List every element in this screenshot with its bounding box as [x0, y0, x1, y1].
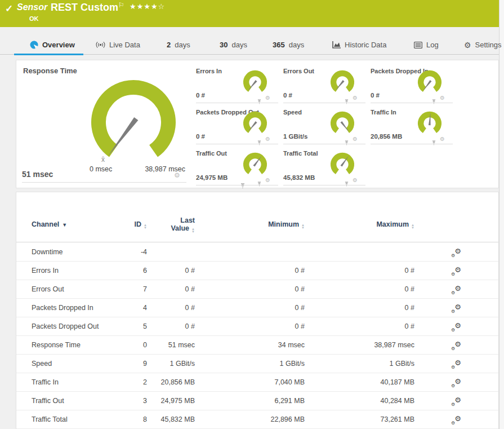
gauge-current-value: 0 # — [196, 92, 205, 99]
tab-2-days[interactable]: 2 days — [167, 41, 190, 49]
gauge-settings-gear-icon[interactable]: ⚙ — [265, 95, 270, 101]
tab-number: 365 — [273, 41, 285, 49]
pin-icon[interactable] — [257, 182, 261, 187]
small-gauge — [241, 68, 269, 96]
tab-log[interactable]: Log — [414, 41, 439, 49]
cell-channel[interactable]: Errors Out — [32, 280, 64, 298]
gauge-settings-gear-icon[interactable]: ⚙ — [353, 136, 358, 142]
column-header-minimum[interactable]: Minimum▲▼ — [230, 220, 305, 229]
cell-channel[interactable]: Packets Dropped Out — [32, 317, 99, 335]
gauge-title: Errors Out — [283, 68, 314, 74]
gauge-current-value: 24,975 MB — [196, 174, 228, 181]
tab-live-data[interactable]: Live Data — [96, 41, 140, 49]
small-gauge-cell: Traffic Total45,832 MB⚙ — [283, 146, 365, 185]
small-gear-icon: ⚙ — [451, 421, 455, 426]
column-header-maximum[interactable]: Maximum▲▼ — [340, 220, 414, 229]
gauge-min-label: 0 msec — [90, 165, 112, 173]
flag-icon[interactable]: ⚐ — [118, 1, 124, 9]
sort-icon: ▲▼ — [191, 228, 195, 233]
small-gauge-cell: Packets Dropped In0 #⚙ — [371, 64, 453, 103]
edit-channel-button[interactable]: ⚙⚙ — [449, 355, 463, 373]
column-header-last-value[interactable]: Last Value▲▼ — [151, 216, 195, 233]
edit-channel-button[interactable]: ⚙⚙ — [449, 317, 463, 335]
table-header-divider — [16, 242, 498, 242]
edit-channel-button[interactable]: ⚙⚙ — [449, 373, 463, 391]
cell-id: 2 — [101, 373, 147, 391]
pin-icon[interactable] — [345, 99, 349, 104]
tab-bar: Overview Live Data 2 days 30 days 365 da… — [0, 27, 499, 55]
gauge-settings-gear-icon[interactable]: ⚙ — [440, 136, 445, 142]
edit-channel-button[interactable]: ⚙⚙ — [449, 280, 463, 298]
live-signal-icon — [96, 41, 105, 48]
cell-id: 0 — [101, 336, 147, 354]
gear-icon: ⚙ — [454, 266, 461, 273]
column-header-channel[interactable]: Channel▼ — [32, 220, 67, 228]
small-gear-icon: ⚙ — [451, 403, 455, 407]
tab-label: days — [231, 41, 247, 49]
tab-365-days[interactable]: 365 days — [273, 41, 304, 49]
channels-table-panel: Channel▼ ID▲▼ Last Value▲▼ Minimum▲▼ Max… — [16, 192, 499, 429]
cell-channel[interactable]: Traffic Out — [32, 392, 64, 410]
status-ok-check-icon: ✓ — [5, 3, 13, 15]
gauge-settings-gear-icon[interactable]: ⚙ — [265, 178, 270, 183]
cell-channel[interactable]: Speed — [32, 355, 52, 373]
gauge-title: Traffic Total — [283, 150, 318, 157]
cell-channel[interactable]: Traffic In — [32, 373, 59, 391]
tab-label: days — [175, 41, 190, 49]
chart-icon — [332, 41, 341, 48]
scrollbar-track[interactable] — [499, 0, 504, 429]
edit-channel-button[interactable]: ⚙⚙ — [449, 299, 463, 317]
gauge-current-value: 45,832 MB — [283, 174, 315, 181]
cell-minimum: 7,040 MB — [230, 373, 305, 391]
cell-id: 8 — [101, 410, 147, 428]
cell-channel[interactable]: Response Time — [32, 336, 81, 354]
small-gauge-cell: Speed1 GBit/s⚙ — [283, 105, 365, 144]
gauge-settings-gear-icon[interactable]: ⚙ — [265, 136, 270, 142]
gauge-settings-gear-icon[interactable]: ⚙ — [353, 178, 358, 183]
cell-id: 5 — [101, 317, 147, 335]
gear-icon: ⚙ — [454, 285, 461, 292]
gear-icon: ⚙ — [464, 41, 471, 49]
pin-icon[interactable] — [432, 140, 436, 145]
small-gauge — [328, 68, 356, 96]
edit-channel-button[interactable]: ⚙⚙ — [449, 392, 463, 410]
cell-last-value: 0 # — [151, 317, 195, 335]
cell-channel[interactable]: Packets Dropped In — [32, 299, 93, 317]
gauge-settings-gear-icon[interactable]: ⚙ — [174, 172, 180, 179]
column-header-id[interactable]: ID▲▼ — [101, 220, 147, 229]
pin-icon[interactable] — [257, 99, 261, 104]
pin-icon[interactable] — [345, 140, 349, 145]
tab-30-days[interactable]: 30 days — [220, 41, 247, 49]
cell-minimum: 0 # — [230, 317, 305, 335]
cell-channel[interactable]: Traffic Total — [32, 410, 68, 428]
pin-icon[interactable] — [257, 140, 261, 145]
edit-channel-button[interactable]: ⚙⚙ — [449, 262, 463, 280]
tab-settings[interactable]: ⚙ Settings — [464, 41, 502, 49]
cell-minimum: 1 GBit/s — [230, 355, 305, 373]
gauge-settings-gear-icon[interactable]: ⚙ — [440, 95, 445, 101]
tab-label: Overview — [42, 41, 75, 49]
tab-overview[interactable]: Overview — [30, 41, 75, 49]
cell-last-value: 20,856 MB — [151, 373, 195, 391]
tab-historic-data[interactable]: Historic Data — [332, 41, 386, 49]
cell-minimum: 0 # — [230, 262, 305, 280]
cell-channel[interactable]: Errors In — [32, 262, 59, 280]
cell-id: 4 — [101, 299, 147, 317]
small-gear-icon: ⚙ — [451, 272, 455, 277]
edit-channel-button[interactable]: ⚙⚙ — [449, 243, 463, 261]
small-gear-icon: ⚙ — [451, 365, 455, 370]
tab-label: Log — [426, 41, 439, 49]
cell-minimum: 6,291 MB — [230, 392, 305, 410]
gauge-settings-gear-icon[interactable]: ⚙ — [353, 95, 358, 101]
cell-channel[interactable]: Downtime — [32, 243, 63, 261]
gauge-title: Traffic Out — [196, 150, 227, 157]
mean-marker: x̄ — [101, 156, 105, 163]
small-gear-icon: ⚙ — [451, 328, 455, 333]
edit-channel-button[interactable]: ⚙⚙ — [449, 336, 463, 354]
edit-channel-button[interactable]: ⚙⚙ — [449, 410, 463, 428]
priority-stars[interactable]: ★★★★☆ — [130, 2, 165, 11]
table-row: Errors Out70 #0 #0 #⚙⚙ — [16, 280, 498, 299]
pin-icon[interactable] — [345, 182, 349, 187]
cell-maximum: 38,987 msec — [340, 336, 414, 354]
pin-icon[interactable] — [432, 99, 436, 104]
